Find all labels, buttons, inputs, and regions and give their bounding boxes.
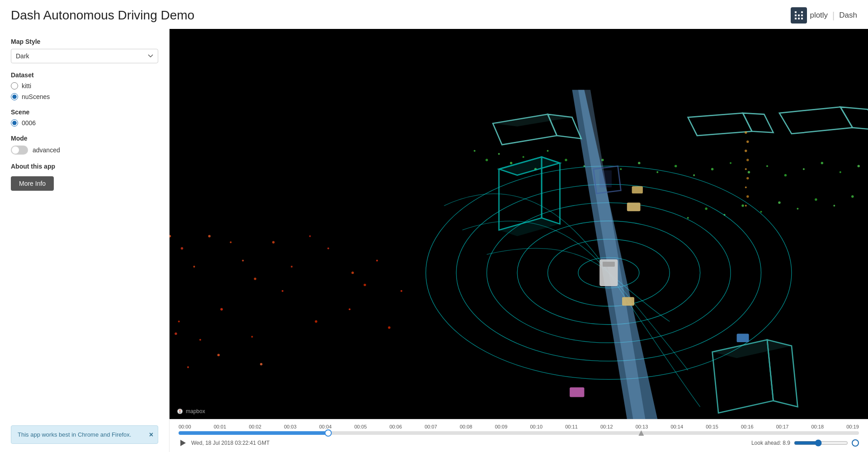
mode-toggle[interactable] [11,146,28,155]
svg-point-24 [230,241,231,243]
svg-point-91 [760,211,762,213]
svg-rect-128 [622,297,634,306]
svg-point-39 [309,235,311,237]
look-ahead-slider-thumb-indicator [852,439,859,447]
tick-3: 00:03 [284,424,297,429]
svg-point-141 [746,177,749,179]
svg-point-27 [242,259,244,261]
scene-section: Scene 0006 [11,108,158,127]
svg-point-52 [315,320,317,323]
tick-6: 00:06 [390,424,402,429]
timeline-thumb[interactable] [325,429,332,437]
tick-0: 00:00 [179,424,191,429]
svg-point-44 [351,272,354,274]
timeline-fill [179,431,328,435]
timeline-track[interactable] [179,431,859,435]
svg-point-21 [208,235,210,237]
mode-label: Mode [11,135,158,142]
svg-point-73 [638,162,640,164]
timeline-area: 00:00 00:01 00:02 00:03 00:04 00:05 00:0… [170,419,868,452]
timeline-bottom: Wed, 18 Jul 2018 03:22:41 GMT Look ahead… [179,438,859,447]
dataset-kitti-label: kitti [22,82,31,89]
svg-point-51 [282,290,283,292]
scene-0006-radio[interactable] [11,119,18,127]
svg-point-17 [181,247,183,250]
svg-rect-4 [798,18,800,19]
svg-point-87 [687,217,689,219]
dataset-nuscenes-option[interactable]: nuScenes [11,93,158,100]
svg-point-63 [486,159,488,161]
svg-point-94 [815,198,817,201]
logo-separator: | [832,10,835,21]
more-info-button[interactable]: More Info [11,176,54,191]
plotly-icon [791,7,807,24]
scene-radio-group: 0006 [11,119,158,127]
svg-rect-113 [603,262,615,267]
svg-point-139 [746,159,749,161]
svg-rect-135 [599,170,612,188]
svg-point-64 [498,153,500,155]
svg-point-30 [254,278,256,280]
mode-toggle-container: advanced [11,146,158,155]
svg-point-79 [748,171,750,173]
alert-close-button[interactable]: × [149,431,153,439]
dataset-label: Dataset [11,71,158,79]
dataset-kitti-option[interactable]: kitti [11,82,158,89]
map-style-select[interactable]: Dark Light Satellite Streets [11,49,158,63]
scene-0006-option[interactable]: 0006 [11,119,158,127]
svg-point-49 [220,308,222,311]
tick-8: 00:08 [460,424,472,429]
svg-point-48 [178,320,180,322]
svg-point-19 [193,266,195,268]
dataset-nuscenes-radio[interactable] [11,93,18,100]
toggle-slider [11,146,28,155]
svg-point-95 [833,205,835,207]
svg-point-28 [175,333,177,335]
look-ahead-slider[interactable] [794,439,848,447]
svg-point-42 [327,247,329,249]
tick-16: 00:16 [741,424,754,429]
svg-point-142 [745,187,747,188]
viz-container: mapbox [170,29,868,419]
svg-point-85 [858,165,860,167]
content-area: mapbox 00:00 00:01 00:02 00:03 00:04 00:… [170,29,868,452]
about-label: About this app [11,163,158,170]
svg-point-143 [746,195,749,198]
svg-point-40 [260,363,262,365]
dataset-kitti-radio[interactable] [11,82,18,89]
svg-point-74 [656,171,658,173]
svg-point-36 [291,266,292,268]
dataset-section: Dataset kitti nuScenes [11,71,158,100]
mapbox-label: mapbox [186,408,205,414]
svg-rect-5 [801,11,803,13]
svg-point-136 [745,132,747,134]
svg-rect-130 [737,334,749,342]
about-section: About this app More Info [11,163,158,191]
play-button[interactable] [179,438,188,447]
dataset-nuscenes-label: nuScenes [22,93,50,100]
play-icon [180,440,186,446]
tick-5: 00:05 [354,424,367,429]
svg-point-137 [746,141,749,143]
scene-label: Scene [11,108,158,116]
svg-point-66 [523,156,524,158]
tick-15: 00:15 [706,424,718,429]
map-style-label: Map Style [11,38,158,45]
svg-rect-129 [570,387,584,397]
svg-point-76 [693,174,695,176]
svg-point-84 [840,171,841,173]
current-timestamp: Wed, 18 Jul 2018 03:22:41 GMT [191,440,269,446]
tick-9: 00:09 [495,424,508,429]
svg-point-57 [401,290,402,292]
point-cloud-background: mapbox [170,29,868,419]
svg-rect-2 [795,18,797,19]
svg-rect-6 [801,14,803,16]
svg-point-140 [745,168,747,170]
alert-box: This app works best in Chrome and Firefo… [11,425,158,444]
svg-point-55 [376,259,378,261]
svg-point-88 [705,207,707,210]
svg-point-37 [217,354,220,356]
svg-point-96 [851,195,854,198]
plotly-logo: plotly | Dash [791,7,857,24]
svg-point-77 [711,168,713,170]
